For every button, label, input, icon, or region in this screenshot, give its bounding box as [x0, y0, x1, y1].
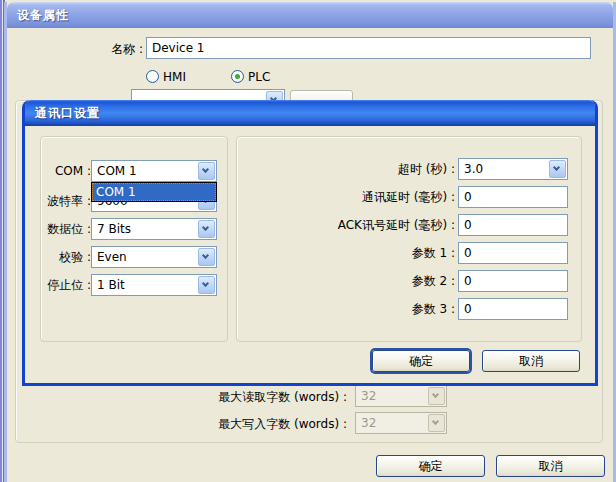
- stopbits-value: 1 Bit: [97, 275, 125, 295]
- param3-input[interactable]: [458, 298, 568, 320]
- parity-value: Even: [97, 247, 127, 267]
- ack-delay-input[interactable]: [458, 214, 568, 236]
- comm-delay-label: 通讯延时 (毫秒) :: [246, 186, 455, 208]
- param2-label: 参数 2 :: [246, 270, 455, 292]
- chevron-down-icon[interactable]: [198, 220, 215, 238]
- databits-combo[interactable]: 7 Bits: [91, 218, 217, 240]
- com-combo[interactable]: COM 1: [91, 160, 217, 182]
- databits-value: 7 Bits: [97, 219, 131, 239]
- comm-port-title: 通讯口设置: [35, 106, 100, 120]
- screen: 设备属性 名称 : HMI PLC 最大读取字数 (words) : 32 最大…: [0, 0, 616, 482]
- comm-delay-input[interactable]: [458, 186, 568, 208]
- parity-label: 校验 :: [33, 246, 91, 268]
- device-properties-title: 设备属性: [17, 8, 69, 22]
- com-label: COM :: [33, 160, 91, 182]
- param1-input[interactable]: [458, 242, 568, 264]
- hmi-radio-label: HMI: [163, 66, 203, 88]
- chevron-down-icon: [428, 414, 445, 432]
- param2-input[interactable]: [458, 270, 568, 292]
- hmi-radio[interactable]: [146, 70, 159, 83]
- com-value: COM 1: [97, 161, 137, 181]
- plc-radio-label: PLC: [248, 66, 288, 88]
- timeout-label: 超时 (秒) :: [246, 158, 455, 180]
- param1-label: 参数 1 :: [246, 242, 455, 264]
- param3-label: 参数 3 :: [246, 298, 455, 320]
- max-read-value: 32: [361, 386, 376, 406]
- databits-label: 数据位 :: [33, 218, 91, 240]
- max-write-value: 32: [361, 413, 376, 433]
- outer-ok-button[interactable]: 确定: [376, 455, 485, 477]
- baudrate-label: 波特率 :: [33, 190, 91, 212]
- chevron-down-icon[interactable]: [198, 248, 215, 266]
- chevron-down-icon[interactable]: [198, 276, 215, 294]
- chevron-down-icon: [428, 387, 445, 405]
- stopbits-label: 停止位 :: [33, 274, 91, 296]
- max-read-label: 最大读取字数 (words) :: [67, 386, 347, 408]
- parity-combo[interactable]: Even: [91, 246, 217, 268]
- comm-port-settings-dialog: 通讯口设置 COM : COM 1 COM 1 波特率 : 9600 数据位 :…: [22, 100, 598, 386]
- max-read-combo: 32: [355, 385, 447, 407]
- ack-delay-label: ACK讯号延时 (毫秒) :: [246, 214, 455, 236]
- timeout-combo[interactable]: 3.0: [458, 158, 568, 180]
- max-write-label: 最大写入字数 (words) :: [67, 413, 347, 435]
- com-dropdown-item[interactable]: COM 1: [92, 183, 216, 201]
- stopbits-combo[interactable]: 1 Bit: [91, 274, 217, 296]
- max-write-combo: 32: [355, 412, 447, 434]
- inner-cancel-button[interactable]: 取消: [482, 350, 580, 372]
- name-input[interactable]: [146, 37, 591, 59]
- plc-radio[interactable]: [231, 70, 244, 83]
- inner-ok-button[interactable]: 确定: [372, 350, 470, 372]
- name-label: 名称 :: [43, 38, 143, 60]
- outer-cancel-button[interactable]: 取消: [496, 455, 605, 477]
- comm-port-titlebar[interactable]: 通讯口设置: [25, 100, 595, 126]
- chevron-down-icon[interactable]: [198, 162, 215, 180]
- timeout-value: 3.0: [464, 159, 483, 179]
- chevron-down-icon[interactable]: [549, 160, 566, 178]
- com-dropdown-list[interactable]: COM 1: [91, 182, 217, 202]
- device-properties-titlebar[interactable]: 设备属性: [7, 2, 613, 28]
- comm-port-body: COM : COM 1 COM 1 波特率 : 9600 数据位 : 7 Bit…: [25, 126, 595, 383]
